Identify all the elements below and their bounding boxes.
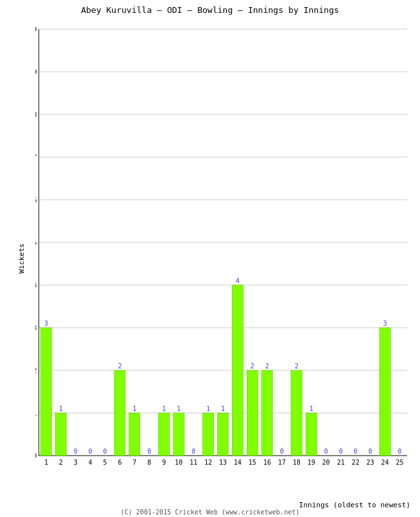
copyright: (C) 2001-2015 Cricket Web (www.cricketwe…: [0, 509, 420, 516]
chart-title: Abey Kuruvilla – ODI – Bowling – Innings…: [0, 0, 420, 17]
chart-canvas: [36, 23, 410, 475]
chart-container: Abey Kuruvilla – ODI – Bowling – Innings…: [0, 0, 420, 517]
y-axis-label: Wickets: [17, 244, 26, 273]
